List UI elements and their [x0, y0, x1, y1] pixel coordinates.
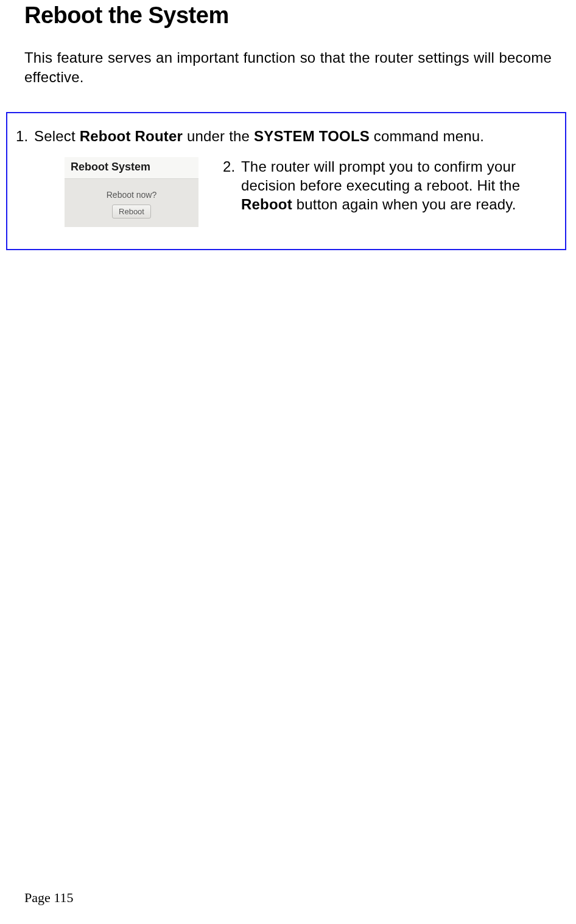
step-2-text: The router will prompt you to confirm yo…: [241, 157, 550, 214]
steps-container: 1.Select Reboot Router under the SYSTEM …: [6, 112, 566, 250]
step-1-text-pre: Select: [34, 128, 80, 144]
reboot-system-screenshot: Reboot System Reboot now? Reboot: [65, 157, 198, 227]
step-2: 2.The router will prompt you to confirm …: [223, 157, 557, 214]
step-2-row: Reboot System Reboot now? Reboot 2.The r…: [16, 157, 557, 227]
step-1-bold-system-tools: SYSTEM TOOLS: [254, 128, 370, 144]
step-2-text-p2: button again when you are ready.: [292, 196, 516, 212]
step-1: 1.Select Reboot Router under the SYSTEM …: [16, 128, 557, 145]
intro-text: This feature serves an important functio…: [24, 48, 552, 88]
page-title: Reboot the System: [24, 2, 552, 29]
step-1-text-post: command menu.: [370, 128, 484, 144]
step-1-bold-reboot-router: Reboot Router: [80, 128, 183, 144]
step-1-text-mid: under the: [183, 128, 254, 144]
reboot-button[interactable]: Reboot: [112, 205, 151, 219]
reboot-system-panel-title: Reboot System: [65, 157, 198, 179]
step-2-bold-reboot: Reboot: [241, 196, 292, 212]
step-2-number: 2.: [223, 157, 241, 176]
page-number: Page 115: [24, 890, 73, 906]
reboot-now-label: Reboot now?: [65, 190, 198, 200]
step-2-text-p1: The router will prompt you to confirm yo…: [241, 158, 520, 194]
step-1-number: 1.: [16, 128, 34, 145]
reboot-system-panel-body: Reboot now? Reboot: [65, 179, 198, 219]
